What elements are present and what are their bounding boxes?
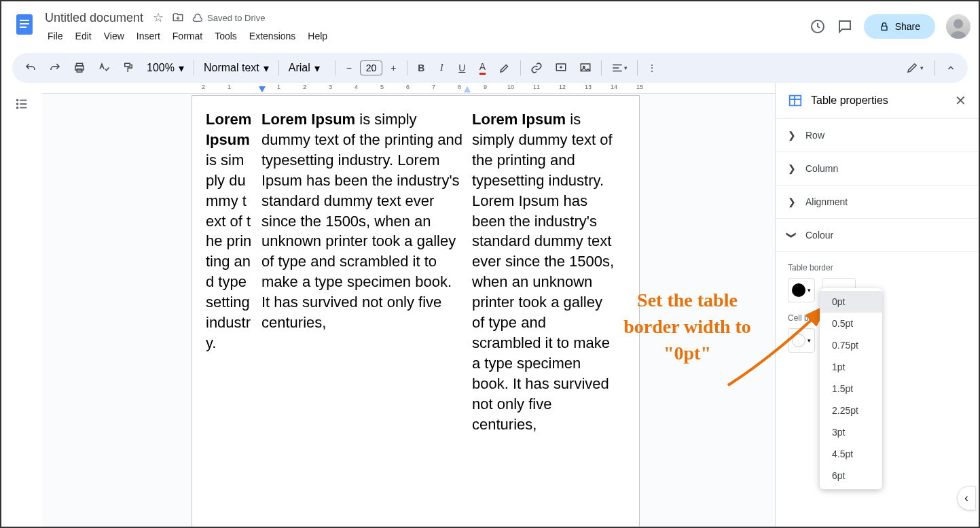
menu-insert[interactable]: Insert	[131, 28, 166, 44]
section-row[interactable]: ❯Row	[776, 119, 979, 152]
text-color-button[interactable]: A	[473, 57, 492, 79]
undo-button[interactable]	[19, 58, 42, 78]
document-table[interactable]: Lorem Ipsum is simply dummy text of the …	[206, 109, 625, 435]
spellcheck-button[interactable]	[92, 58, 115, 78]
chevron-down-icon: ❯	[786, 231, 797, 239]
svg-rect-2	[20, 23, 29, 24]
document-title[interactable]: Untitled document	[42, 10, 146, 27]
insert-link-button[interactable]	[525, 58, 548, 78]
insert-image-button[interactable]	[574, 58, 597, 78]
menu-view[interactable]: View	[98, 28, 130, 44]
svg-rect-10	[125, 63, 130, 67]
menu-extensions[interactable]: Extensions	[244, 28, 301, 44]
chevron-right-icon: ❯	[788, 196, 796, 207]
chevron-left-icon: ‹	[964, 492, 968, 504]
border-width-menu: 0pt 0.5pt 0.75pt 1pt 1.5pt 2.25pt 3pt 4.…	[820, 288, 882, 489]
svg-point-14	[17, 100, 18, 101]
menu-tools[interactable]: Tools	[209, 28, 242, 44]
border-width-option[interactable]: 1.5pt	[820, 378, 882, 400]
comment-icon[interactable]	[837, 18, 853, 35]
editing-mode-button[interactable]: ▾	[901, 58, 929, 78]
redo-button[interactable]	[43, 58, 67, 78]
account-avatar[interactable]	[946, 14, 970, 39]
more-button[interactable]: ⋮	[642, 58, 662, 77]
svg-rect-3	[20, 27, 26, 28]
align-button[interactable]: ▾	[606, 58, 633, 78]
table-icon	[788, 93, 803, 108]
menu-bar: File Edit View Insert Format Tools Exten…	[42, 28, 333, 44]
sidebar-header: Table properties ✕	[776, 83, 979, 119]
sidebar-title: Table properties	[811, 94, 888, 107]
chevron-down-icon: ▾	[179, 62, 184, 75]
svg-rect-5	[882, 26, 887, 30]
chevron-down-icon: ▾	[314, 62, 320, 75]
border-width-option[interactable]: 3pt	[820, 421, 882, 443]
table-cell[interactable]: Lorem Ipsum is simply dummy text of the …	[472, 109, 615, 435]
saved-status[interactable]: Saved to Drive	[192, 12, 265, 23]
history-icon[interactable]	[810, 18, 826, 35]
share-button[interactable]: Share	[864, 14, 935, 39]
svg-rect-1	[20, 20, 29, 21]
section-alignment[interactable]: ❯Alignment	[776, 186, 979, 219]
font-dropdown[interactable]: Arial▾	[283, 59, 331, 77]
paint-format-button[interactable]	[117, 58, 140, 78]
highlight-button[interactable]	[493, 58, 516, 78]
side-panel-toggle[interactable]: ‹	[957, 486, 976, 510]
border-width-option[interactable]: 4.5pt	[820, 443, 882, 465]
section-column[interactable]: ❯Column	[776, 152, 979, 186]
bold-button[interactable]: B	[412, 58, 431, 77]
lock-icon	[879, 21, 890, 32]
border-width-option[interactable]: 0.5pt	[820, 313, 882, 334]
logo-area: Untitled document ☆ Saved to Drive File …	[10, 10, 333, 44]
font-size-increase[interactable]: +	[384, 58, 403, 77]
svg-point-16	[17, 107, 18, 109]
border-width-option[interactable]: 0pt	[820, 291, 882, 313]
border-width-option[interactable]: 1pt	[820, 356, 882, 378]
menu-edit[interactable]: Edit	[70, 28, 97, 44]
zoom-dropdown[interactable]: 100%▾	[141, 59, 189, 77]
star-icon[interactable]: ☆	[153, 10, 164, 25]
document-page[interactable]: Lorem Ipsum is simply dummy text of the …	[192, 95, 640, 527]
chevron-down-icon: ▾	[264, 62, 269, 75]
svg-point-6	[954, 19, 963, 29]
chevron-right-icon: ❯	[788, 163, 796, 174]
font-size-decrease[interactable]: −	[340, 58, 359, 77]
table-cell[interactable]: Lorem Ipsum is simply dummy text of the …	[261, 109, 462, 435]
outline-icon[interactable]	[14, 96, 29, 111]
chevron-right-icon: ❯	[788, 130, 796, 141]
section-colour[interactable]: ❯Colour	[776, 219, 979, 252]
table-cell[interactable]: Lorem Ipsum is simply dummy text of the …	[206, 109, 252, 435]
close-icon[interactable]: ✕	[955, 92, 966, 109]
horizontal-ruler[interactable]: 21 1234 5678 9101112 131415	[42, 83, 775, 94]
style-dropdown[interactable]: Normal text▾	[198, 59, 274, 77]
border-width-option[interactable]: 2.25pt	[820, 400, 882, 421]
collapse-toolbar-button[interactable]	[941, 59, 961, 77]
italic-button[interactable]: I	[432, 58, 451, 77]
menu-help[interactable]: Help	[302, 28, 333, 44]
docs-logo-icon[interactable]	[12, 12, 37, 37]
toolbar: 100%▾ Normal text▾ Arial▾ − 20 + B I U A…	[12, 53, 968, 83]
border-width-option[interactable]: 6pt	[820, 465, 882, 487]
border-width-option[interactable]: 0.75pt	[820, 334, 882, 356]
app-header: Untitled document ☆ Saved to Drive File …	[1, 1, 979, 48]
add-comment-button[interactable]	[549, 58, 573, 78]
underline-button[interactable]: U	[452, 58, 471, 77]
move-icon[interactable]	[172, 12, 184, 24]
border-color-swatch[interactable]: ▾	[788, 278, 815, 302]
svg-point-15	[17, 103, 18, 105]
annotation-text: Set the table border width to "0pt"	[613, 287, 762, 367]
menu-format[interactable]: Format	[167, 28, 208, 44]
print-button[interactable]	[68, 58, 91, 78]
left-rail	[1, 83, 42, 527]
font-size-input[interactable]: 20	[360, 60, 383, 75]
menu-file[interactable]: File	[42, 28, 69, 44]
table-border-label: Table border	[788, 263, 966, 272]
